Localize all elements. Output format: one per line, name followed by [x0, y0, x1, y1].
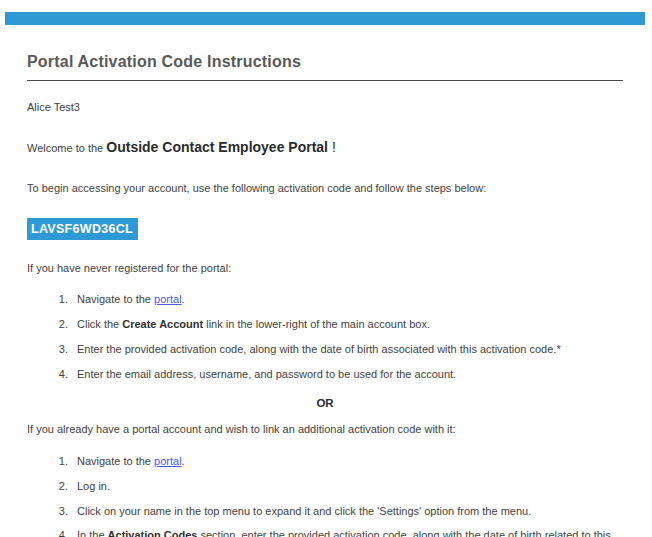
step-text: Log in.	[77, 480, 110, 492]
step-text: Navigate to the	[77, 455, 154, 467]
recipient-name: Alice Test3	[27, 101, 623, 115]
step-item: Navigate to the portal.	[71, 455, 623, 469]
step-text: .	[182, 293, 185, 305]
welcome-suffix: !	[328, 139, 336, 155]
activation-code-highlight: LAVSF6WD36CL	[27, 218, 138, 240]
portal-link[interactable]: portal	[154, 293, 182, 305]
step-item: Click the Create Account link in the low…	[71, 318, 623, 332]
step-item: Enter the provided activation code, alon…	[71, 343, 623, 357]
new-user-section-heading: If you have never registered for the por…	[27, 262, 623, 276]
new-user-steps-list: Navigate to the portal.Click the Create …	[27, 293, 623, 381]
existing-user-steps-list: Navigate to the portal.Log in.Click on y…	[27, 455, 623, 537]
step-text: In the	[77, 529, 108, 537]
step-text: Click on your name in the top menu to ex…	[77, 505, 531, 517]
step-item: In the Activation Codes section, enter t…	[71, 529, 623, 537]
step-text: .	[182, 455, 185, 467]
email-body-panel: Portal Activation Code Instructions Alic…	[5, 25, 645, 537]
portal-name: Outside Contact Employee Portal	[106, 139, 328, 155]
or-separator: OR	[27, 397, 623, 409]
welcome-line: Welcome to the Outside Contact Employee …	[27, 139, 623, 155]
step-item: Click on your name in the top menu to ex…	[71, 505, 623, 519]
emphasized-text: Create Account	[122, 318, 203, 330]
step-text: link in the lower-right of the main acco…	[203, 318, 430, 330]
header-accent-bar	[5, 12, 645, 25]
step-item: Navigate to the portal.	[71, 293, 623, 307]
step-item: Log in.	[71, 480, 623, 494]
activation-code-row: LAVSF6WD36CL	[27, 218, 623, 240]
step-text: Click the	[77, 318, 122, 330]
intro-text: To begin accessing your account, use the…	[27, 182, 623, 196]
portal-link[interactable]: portal	[154, 455, 182, 467]
step-text: Navigate to the	[77, 293, 154, 305]
existing-user-section-heading: If you already have a portal account and…	[27, 423, 623, 437]
step-item: Enter the email address, username, and p…	[71, 368, 623, 382]
email-page: Portal Activation Code Instructions Alic…	[0, 12, 652, 537]
step-text: Enter the provided activation code, alon…	[77, 343, 561, 355]
title-divider	[27, 80, 623, 81]
welcome-prefix: Welcome to the	[27, 142, 106, 154]
page-title: Portal Activation Code Instructions	[27, 53, 623, 71]
step-text: Enter the email address, username, and p…	[77, 368, 456, 380]
emphasized-text: Activation Codes	[108, 529, 198, 537]
